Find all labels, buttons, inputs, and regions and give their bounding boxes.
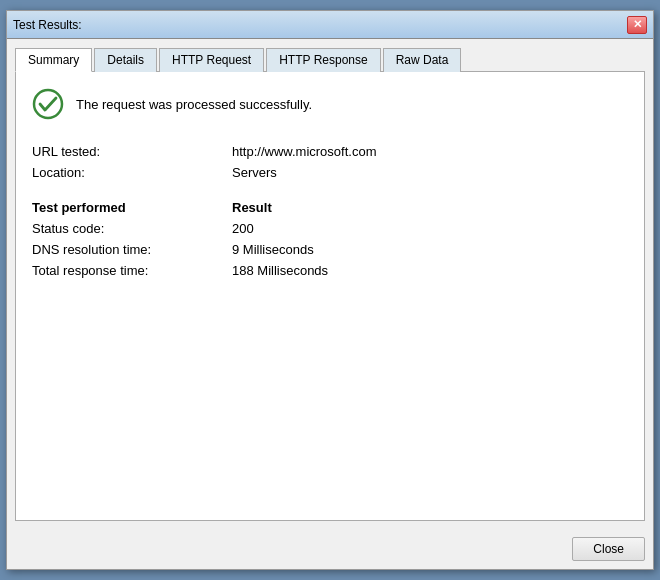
success-icon <box>32 88 64 120</box>
status-code-value: 200 <box>232 221 628 236</box>
info-grid: URL tested: http://www.microsoft.com Loc… <box>32 144 628 180</box>
location-label: Location: <box>32 165 232 180</box>
status-code-label: Status code: <box>32 221 232 236</box>
url-value: http://www.microsoft.com <box>232 144 628 159</box>
success-message: The request was processed successfully. <box>76 97 312 112</box>
title-close-button[interactable]: ✕ <box>627 16 647 34</box>
tab-content-summary: The request was processed successfully. … <box>15 72 645 521</box>
close-button[interactable]: Close <box>572 537 645 561</box>
dialog-title: Test Results: <box>13 18 82 32</box>
tab-http-request[interactable]: HTTP Request <box>159 48 264 72</box>
tab-bar: Summary Details HTTP Request HTTP Respon… <box>15 47 645 72</box>
title-bar: Test Results: ✕ <box>7 11 653 39</box>
test-performed-header: Test performed <box>32 200 232 215</box>
url-label: URL tested: <box>32 144 232 159</box>
dialog-body: Summary Details HTTP Request HTTP Respon… <box>7 39 653 529</box>
location-value: Servers <box>232 165 628 180</box>
result-grid: Test performed Result Status code: 200 D… <box>32 200 628 278</box>
total-value: 188 Milliseconds <box>232 263 628 278</box>
dialog-footer: Close <box>7 529 653 569</box>
tab-details[interactable]: Details <box>94 48 157 72</box>
tab-http-response[interactable]: HTTP Response <box>266 48 380 72</box>
dns-label: DNS resolution time: <box>32 242 232 257</box>
dns-value: 9 Milliseconds <box>232 242 628 257</box>
tab-summary[interactable]: Summary <box>15 48 92 72</box>
total-label: Total response time: <box>32 263 232 278</box>
tab-raw-data[interactable]: Raw Data <box>383 48 462 72</box>
svg-point-0 <box>34 90 62 118</box>
result-header: Result <box>232 200 628 215</box>
success-row: The request was processed successfully. <box>32 88 628 120</box>
dialog-window: Test Results: ✕ Summary Details HTTP Req… <box>6 10 654 570</box>
